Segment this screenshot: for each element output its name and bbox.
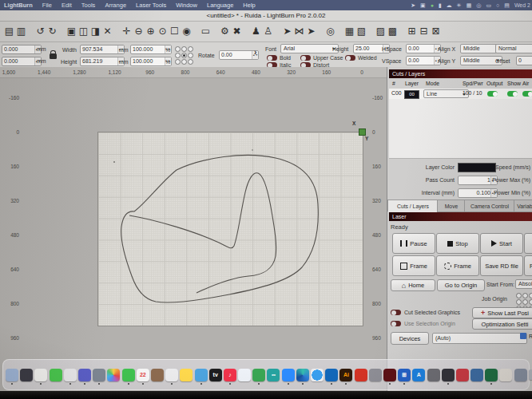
anchorgrid-radio-2[interactable] [188, 46, 193, 52]
device-chip[interactable]: Ruida [520, 333, 532, 339]
battery-icon[interactable]: ▮ [439, 2, 442, 9]
width-field[interactable]: 907.534▲▼ [80, 45, 125, 54]
height-field[interactable]: 681.219▲▼ [80, 57, 125, 66]
dock-icon-apple-tv[interactable]: tv [209, 369, 222, 381]
node-edit-icon[interactable]: ⊠ [430, 22, 442, 41]
dock-icon-utility[interactable] [93, 369, 105, 381]
anchorgrid-radio-6[interactable] [175, 59, 181, 65]
optimization-settings-button[interactable]: Optimization Setti [472, 318, 532, 330]
dock-icon-reminders[interactable] [165, 369, 178, 381]
tab-camera-control[interactable]: Camera Control [464, 200, 515, 212]
joborigin-radio-4[interactable] [522, 299, 528, 305]
save-icon[interactable]: ▤ [3, 22, 15, 41]
column-header-mode[interactable]: Mode [426, 81, 439, 86]
tab-move[interactable]: Move [437, 200, 466, 212]
dock-icon-folder-blue[interactable] [470, 369, 483, 381]
dock-icon-numbers[interactable] [252, 369, 265, 381]
spotlight-icon[interactable]: ○ [496, 2, 499, 8]
settings-icon[interactable]: ⚙ [219, 22, 231, 41]
column-header-spd-pwr[interactable]: Spd/Pwr [463, 81, 483, 86]
column-header-show[interactable]: Show [507, 81, 521, 86]
dock-icon-photos[interactable] [107, 369, 120, 381]
menu-item-help[interactable]: Help [238, 2, 260, 9]
menu-item-arrange[interactable]: Arrange [100, 2, 131, 9]
run-button-partial[interactable]: R [524, 255, 532, 276]
dock-icon-outlook[interactable] [325, 369, 338, 381]
asterisk-icon[interactable]: ✳ [457, 2, 462, 9]
undo-icon[interactable]: ↺ [34, 22, 46, 41]
open-icon[interactable]: ▥ [15, 22, 27, 41]
dock-icon-music[interactable]: ♪ [224, 369, 236, 381]
start-button[interactable]: Start [480, 233, 523, 254]
layer-row[interactable]: C00 00 Line 100 / 10 [389, 89, 532, 100]
lock-aspect-icon[interactable] [50, 53, 57, 59]
show-last-position-button[interactable]: +Show Last Posi [472, 307, 532, 318]
use-selection-origin-toggle[interactable] [391, 321, 401, 326]
menu-item-window[interactable]: Window [171, 2, 202, 9]
dock-icon-acrobat[interactable] [355, 369, 367, 381]
dock-icon-parallels[interactable]: ⊞ [398, 369, 411, 381]
group-icon[interactable]: ⊞ [406, 22, 418, 41]
window-grid-icon[interactable]: ▦ [466, 2, 472, 9]
joborigin-radio-1[interactable] [522, 293, 528, 298]
stage-manager-icon[interactable]: ● [431, 2, 434, 8]
align-h-icon[interactable]: ▦ [343, 22, 355, 41]
interval-field[interactable]: 0.100▲▼ [458, 188, 498, 198]
distribute-v-icon[interactable]: ▩ [387, 22, 399, 41]
cuts-layers-header[interactable]: Cuts / Layers [389, 69, 532, 78]
anchor-grid[interactable] [174, 45, 193, 65]
dock-icon-mail[interactable] [64, 369, 77, 381]
control-center-icon[interactable]: ▤ [504, 2, 510, 9]
frame-selection-icon[interactable]: ☐ [169, 22, 181, 41]
zoom-out-icon[interactable]: ⊖ [133, 22, 145, 41]
rotate-field[interactable]: 0.00▲▼ [219, 50, 259, 60]
ungroup-icon[interactable]: ⊟ [418, 22, 430, 41]
zoom-frame-icon[interactable]: ⊙ [157, 22, 169, 41]
cloud-icon[interactable]: ☁ [447, 2, 452, 9]
dock-icon-folder-dark[interactable] [442, 369, 455, 381]
user-icon[interactable]: ♙ [262, 22, 274, 41]
layer-color-chip[interactable]: 00 [404, 90, 419, 99]
battery-pct-icon[interactable]: ▭ [486, 2, 491, 9]
cut-button-partial[interactable] [524, 233, 532, 254]
redo-icon[interactable]: ↻ [46, 22, 58, 41]
layer-output-toggle[interactable] [487, 91, 498, 97]
dock-icon-minimized-window[interactable] [529, 369, 532, 380]
dock-icon-colorful-app[interactable] [499, 369, 512, 381]
dock-icon-launchpad[interactable] [20, 369, 33, 381]
cut-selected-toggle[interactable] [391, 310, 401, 315]
canvas-area[interactable]: 1,6001,4401,2801,1209608006404803201600 … [0, 67, 387, 399]
column-header--[interactable]: # [392, 81, 395, 86]
origin-icon[interactable]: ◎ [324, 22, 336, 41]
uppercase-toggle[interactable] [300, 55, 311, 61]
send-laser-icon[interactable]: ➤ [305, 22, 317, 41]
frame-rect-button[interactable]: Frame [392, 255, 435, 276]
menu-item-laser-tools[interactable]: Laser Tools [131, 2, 171, 9]
go-to-origin-button[interactable]: Go to Origin [437, 279, 485, 291]
menu-item-lightburn[interactable]: LightBurn [0, 2, 38, 9]
layer-list-empty[interactable] [389, 99, 532, 159]
tab-cuts-layers[interactable]: Cuts / Layers [387, 200, 439, 212]
column-header-output[interactable]: Output [486, 81, 502, 86]
multi-user-icon[interactable]: ♟ [250, 22, 262, 41]
align-v-icon[interactable]: ▧ [355, 22, 367, 41]
dock-icon-messages[interactable] [50, 369, 62, 381]
drawing-shape[interactable] [0, 67, 387, 399]
airdrop-icon[interactable]: ➤ [411, 2, 415, 9]
layer-air-toggle[interactable] [522, 91, 532, 97]
dock-icon-system-settings[interactable] [514, 369, 527, 381]
dock-icon-zoom[interactable] [282, 369, 295, 381]
layer-color-swatch[interactable] [458, 163, 496, 172]
font-select[interactable]: Arial [280, 44, 339, 53]
dock-icon-freeform[interactable] [34, 369, 47, 381]
send-icon[interactable]: ➤ [281, 22, 293, 41]
dock-icon-finder[interactable] [6, 369, 18, 381]
xpos-field[interactable]: 0.000▲▼ [2, 45, 42, 54]
copy-icon[interactable]: ◫ [77, 22, 89, 41]
anchorgrid-radio-5[interactable] [188, 53, 193, 58]
record-icon[interactable]: ◎ [476, 2, 481, 9]
dock-icon-clock-app[interactable] [427, 369, 440, 381]
screen-mirroring-icon[interactable]: ▣ [420, 2, 426, 9]
anchorgrid-radio-3[interactable] [175, 53, 181, 58]
anchorgrid-radio-1[interactable] [181, 46, 187, 52]
